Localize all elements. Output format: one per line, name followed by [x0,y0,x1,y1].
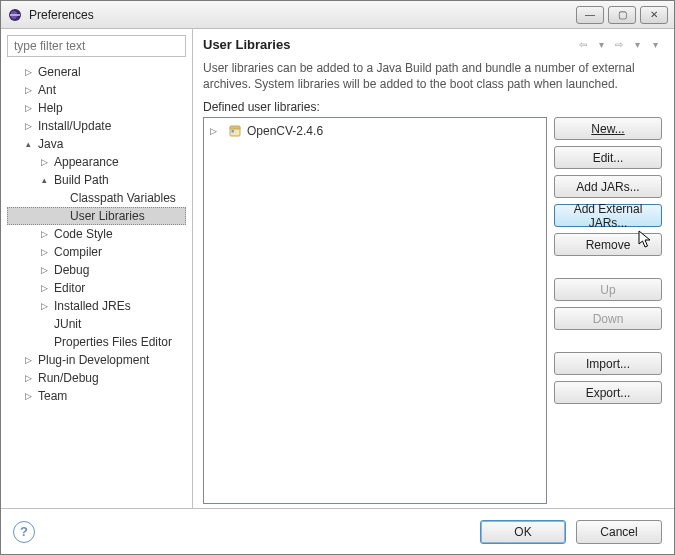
svg-rect-5 [232,130,235,133]
new-button[interactable]: New... [554,117,662,140]
cancel-button[interactable]: Cancel [576,520,662,544]
page-body: ▷ OpenCV-2.4.6 New... Edit... Add JARs..… [203,117,662,504]
nav-buttons: ⇦ ▾ ⇨ ▾ ▾ [576,38,662,52]
chevron-right-icon: ▷ [23,355,34,366]
page-title: User Libraries [203,37,576,52]
page-header: User Libraries ⇦ ▾ ⇨ ▾ ▾ [203,37,662,52]
tree-install-update[interactable]: ▷Install/Update [7,117,186,135]
eclipse-icon [7,7,23,23]
right-panel: User Libraries ⇦ ▾ ⇨ ▾ ▾ User libraries … [193,29,674,508]
minimize-button[interactable]: — [576,6,604,24]
defined-libraries-list[interactable]: ▷ OpenCV-2.4.6 [203,117,547,504]
tree-java-user-libraries[interactable]: User Libraries [7,207,186,225]
view-menu-button[interactable]: ▾ [648,38,662,52]
tree-run-debug[interactable]: ▷Run/Debug [7,369,186,387]
titlebar: Preferences — ▢ ✕ [1,1,674,29]
chevron-right-icon: ▷ [23,103,34,114]
tree-java-debug[interactable]: ▷Debug [7,261,186,279]
chevron-right-icon: ▷ [39,265,50,276]
add-external-jars-button[interactable]: Add External JARs... [554,204,662,227]
tree-java-installed-jres[interactable]: ▷Installed JREs [7,297,186,315]
button-column: New... Edit... Add JARs... Add External … [554,117,662,504]
import-button[interactable]: Import... [554,352,662,375]
chevron-right-icon: ▷ [39,283,50,294]
tree-java-compiler[interactable]: ▷Compiler [7,243,186,261]
chevron-right-icon: ▷ [23,373,34,384]
filter-input[interactable] [7,35,186,57]
tree-ant[interactable]: ▷Ant [7,81,186,99]
close-button[interactable]: ✕ [640,6,668,24]
tree-java-buildpath[interactable]: ▴Build Path [7,171,186,189]
edit-button[interactable]: Edit... [554,146,662,169]
chevron-right-icon: ▷ [23,85,34,96]
up-button[interactable]: Up [554,278,662,301]
nav-back-button[interactable]: ⇦ [576,38,590,52]
export-button[interactable]: Export... [554,381,662,404]
tree-java-code-style[interactable]: ▷Code Style [7,225,186,243]
tree-plugin-development[interactable]: ▷Plug-in Development [7,351,186,369]
tree-help[interactable]: ▷Help [7,99,186,117]
tree-java-editor[interactable]: ▷Editor [7,279,186,297]
maximize-button[interactable]: ▢ [608,6,636,24]
left-panel: ▷General ▷Ant ▷Help ▷Install/Update ▴Jav… [1,29,193,508]
svg-rect-2 [10,14,20,16]
defined-libraries-label: Defined user libraries: [203,100,662,114]
svg-rect-4 [230,126,240,129]
window-title: Preferences [29,8,572,22]
down-button[interactable]: Down [554,307,662,330]
content: ▷General ▷Ant ▷Help ▷Install/Update ▴Jav… [1,29,674,508]
tree-java-classpath-variables[interactable]: Classpath Variables [7,189,186,207]
chevron-right-icon: ▷ [208,126,219,137]
help-button[interactable]: ? [13,521,35,543]
library-name: OpenCV-2.4.6 [247,124,323,138]
chevron-right-icon: ▷ [23,67,34,78]
nav-forward-button[interactable]: ⇨ [612,38,626,52]
footer: ? OK Cancel [1,508,674,554]
tree-java-properties-editor[interactable]: Properties Files Editor [7,333,186,351]
chevron-down-icon: ▴ [39,175,50,186]
tree-general[interactable]: ▷General [7,63,186,81]
preference-tree: ▷General ▷Ant ▷Help ▷Install/Update ▴Jav… [7,63,186,405]
library-icon [227,123,243,139]
tree-java-junit[interactable]: JUnit [7,315,186,333]
page-description: User libraries can be added to a Java Bu… [203,60,662,92]
chevron-down-icon: ▴ [23,139,34,150]
list-item[interactable]: ▷ OpenCV-2.4.6 [208,122,542,140]
chevron-right-icon: ▷ [39,157,50,168]
chevron-right-icon: ▷ [23,391,34,402]
chevron-right-icon: ▷ [39,247,50,258]
tree-java-appearance[interactable]: ▷Appearance [7,153,186,171]
ok-button[interactable]: OK [480,520,566,544]
add-jars-button[interactable]: Add JARs... [554,175,662,198]
tree-java[interactable]: ▴Java [7,135,186,153]
nav-forward-menu[interactable]: ▾ [630,38,644,52]
nav-back-menu[interactable]: ▾ [594,38,608,52]
tree-team[interactable]: ▷Team [7,387,186,405]
chevron-right-icon: ▷ [23,121,34,132]
chevron-right-icon: ▷ [39,301,50,312]
remove-button[interactable]: Remove [554,233,662,256]
chevron-right-icon: ▷ [39,229,50,240]
